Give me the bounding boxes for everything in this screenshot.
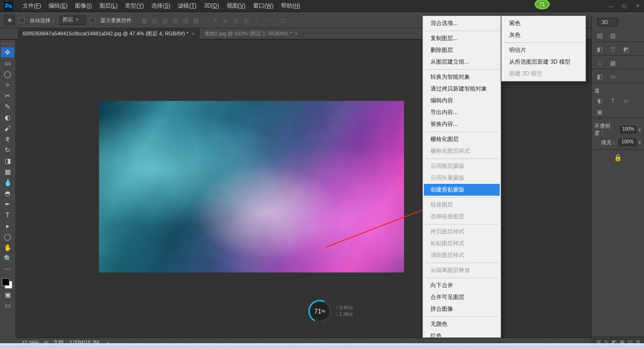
document-tab[interactable]: 素材2.jpg @ 102% (图层 1, RGB/8#) *× [200,28,303,40]
menu-item[interactable]: 紫色 [503,17,585,29]
workspace-picker[interactable]: 3D [597,18,618,26]
gradient-tool[interactable]: ▦ [1,166,14,177]
align-icon[interactable]: ▨ [181,15,191,25]
menu-3d[interactable]: 3D(D) [200,2,223,9]
menu-item[interactable]: 创建剪贴蒙版 [424,184,500,196]
menu-item[interactable]: 无颜色 [424,318,500,330]
fill-input[interactable]: 100% [619,139,636,146]
align-icon[interactable]: ▦ [139,15,149,25]
menu-帮助[interactable]: 帮助(H) [277,2,304,9]
screenmode-tool[interactable]: ▭ [1,300,14,311]
grid-panel-icon[interactable]: ▦ [608,58,618,67]
align-icon[interactable]: ▧ [170,15,181,25]
menu-item[interactable]: 替换内容... [424,118,500,130]
distribute-icon[interactable]: ⋮ [251,15,262,25]
align-icon[interactable]: ▥ [160,15,170,25]
auto-align-icon[interactable]: ⊡ [278,15,288,25]
cloud-badge[interactable]: 71 [535,0,550,9]
menu-item[interactable]: 合并可见图层 [424,291,500,303]
menu-separator [425,263,499,263]
menu-视图[interactable]: 视图(V) [223,2,249,9]
history-brush-tool[interactable]: ↻ [1,145,14,155]
auto-select-dropdown[interactable]: 图层 ▾ [59,16,86,25]
smartobj-icon[interactable]: ▣ [594,107,605,116]
align-icon[interactable]: ▤ [149,15,160,25]
menu-item[interactable]: 栅格化图层 [424,133,500,145]
tab-close-icon[interactable]: × [295,31,298,37]
marquee-tool[interactable]: ▭ [1,58,14,68]
minimize-button[interactable]: — [604,1,618,11]
distribute-icon[interactable]: ≣ [220,15,231,25]
shape-icon[interactable]: ▱ [621,96,631,105]
move-tool[interactable]: ✥ [1,47,14,58]
document-tab[interactable]: 6099358847a548415c8bcaf14881a042.jpg @ 4… [18,28,200,40]
text-icon[interactable]: T [608,96,618,105]
menu-item[interactable]: 灰色 [503,29,585,41]
blur-tool[interactable]: 💧 [1,177,14,188]
menu-类型[interactable]: 类型(Y) [121,2,148,9]
menu-item[interactable]: 明信片 [503,44,585,56]
menu-滤镜[interactable]: 滤镜(T) [174,2,200,9]
menu-文件[interactable]: 文件(F) [19,2,45,9]
distribute-icon[interactable]: ⋯ [262,15,272,25]
edit-toolbar[interactable]: ⋯ [1,264,14,274]
swatches-panel-icon[interactable]: ▥ [608,31,618,40]
mask-panel-icon[interactable]: ▭ [608,72,618,81]
eraser-tool[interactable]: ◨ [1,156,14,166]
menu-item[interactable]: 向下合并 [424,280,500,291]
distribute-icon[interactable]: ≡ [210,15,220,25]
brush-tool[interactable]: 🖌 [1,123,14,133]
nav-panel-icon[interactable]: ▽ [608,45,618,53]
pen-tool[interactable]: ✒ [1,199,14,209]
layers-panel-icon[interactable]: ◧ [594,72,605,81]
clone-stamp-tool[interactable]: ⅊ [1,134,14,144]
menu-图层[interactable]: 图层(L) [96,2,122,9]
close-button[interactable]: ✕ [631,1,644,11]
distribute-icon[interactable]: ⊟ [231,15,241,25]
menu-item[interactable]: 导出内容... [424,107,500,118]
toolbar-grip[interactable] [2,42,14,45]
show-transform-checkbox[interactable] [90,17,95,23]
healing-brush-tool[interactable]: ◐ [1,112,14,123]
menu-item[interactable]: 从图层建立组... [424,56,500,68]
hand-tool[interactable]: ✋ [1,242,14,253]
menu-编辑[interactable]: 编辑(E) [45,2,71,9]
menu-item[interactable]: 复制图层... [424,33,500,44]
distribute-icon[interactable]: ⊞ [241,15,251,25]
history-panel-icon[interactable]: ▤ [594,31,605,40]
magic-wand-tool[interactable]: ✧ [1,80,14,90]
dodge-tool[interactable]: ◓ [1,188,14,198]
zoom-tool[interactable]: 🔍 [1,253,14,264]
maximize-button[interactable]: ◱ [618,1,631,11]
lock-icon[interactable]: 🔒 [592,150,644,165]
auto-select-checkbox[interactable] [19,17,25,23]
align-icon[interactable]: ▩ [191,15,201,25]
fx-icon[interactable]: ◐ [594,96,605,105]
menu-item[interactable]: 从所选图层新建 3D 模型 [503,56,585,68]
menu-选择[interactable]: 选择(S) [148,2,174,9]
quickmask-tool[interactable]: ▣ [1,289,14,300]
crop-tool[interactable]: ✂ [1,91,14,101]
eyedropper-tool[interactable]: ✎ [1,101,14,112]
styles-panel-icon[interactable]: ♨ [594,58,605,67]
menu-item[interactable]: 编辑内容 [424,95,500,107]
type-tool[interactable]: T [1,210,14,220]
canvas-area[interactable]: 71% 3.4K/s 1.3K/s [16,40,591,338]
channels-tab[interactable]: 道 [594,88,600,93]
menu-图像[interactable]: 图像(I) [71,2,95,9]
tab-close-icon[interactable]: × [191,31,195,37]
menu-item[interactable]: 混合选项... [424,17,500,29]
lasso-tool[interactable]: ◯ [1,69,14,79]
adjustments-panel-icon[interactable]: ◩ [621,45,631,53]
menu-item[interactable]: 删除图层 [424,44,500,56]
opacity-input[interactable]: 100% [620,126,636,133]
menu-item[interactable]: 转换为智能对象 [424,71,500,83]
color-panel-icon[interactable]: ◧ [594,45,605,53]
menu-item[interactable]: 通过拷贝新建智能对象 [424,83,500,95]
document-canvas[interactable] [99,101,404,273]
color-swatch[interactable] [2,278,12,289]
path-select-tool[interactable]: ▸ [1,221,14,231]
menu-item[interactable]: 拼合图像 [424,303,500,315]
menu-窗口[interactable]: 窗口(W) [249,2,277,9]
shape-tool[interactable]: ◯ [1,231,14,242]
